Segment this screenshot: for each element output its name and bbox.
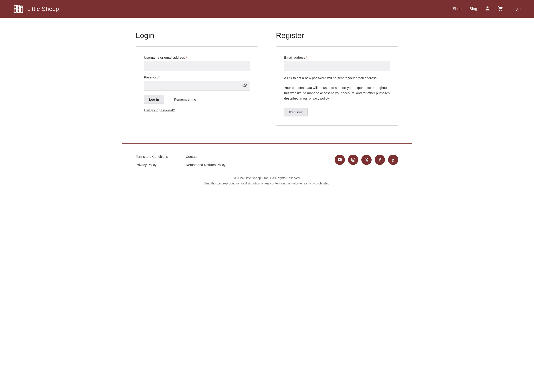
svg-rect-1 — [14, 5, 16, 6]
password-toggle-button[interactable] — [242, 84, 247, 88]
email-required: * — [306, 56, 307, 59]
login-form-box: Username or email address* Password* — [136, 47, 258, 121]
svg-point-16 — [243, 84, 247, 87]
social-youtube[interactable] — [335, 155, 345, 165]
password-link-info: A link to set a new password will be sen… — [284, 75, 390, 81]
svg-rect-10 — [20, 6, 23, 12]
svg-rect-0 — [14, 5, 16, 12]
social-instagram[interactable] — [348, 155, 358, 165]
footer-col-1: Terms and Conditions Privacy Policy — [136, 155, 168, 167]
register-form-box: Email address* A link to set a new passw… — [276, 47, 398, 126]
lost-password-link[interactable]: Lost your password? — [144, 108, 175, 112]
svg-rect-5 — [17, 5, 19, 12]
username-label: Username or email address* — [144, 56, 250, 59]
login-column: Login Username or email address* Passwor… — [136, 31, 258, 126]
social-goodreads[interactable]: g — [388, 155, 398, 165]
svg-point-20 — [354, 159, 354, 159]
svg-point-19 — [352, 159, 354, 161]
svg-rect-18 — [352, 158, 355, 162]
login-button[interactable]: Log in — [144, 95, 164, 104]
nav-login[interactable]: Login — [511, 7, 521, 11]
main-nav: Shop Blog Login — [453, 6, 521, 12]
social-x-twitter[interactable] — [361, 155, 372, 165]
main-content: Login Username or email address* Passwor… — [122, 18, 412, 143]
footer-bottom: © 2024 Little Sheep GmbH. All Rights Res… — [136, 176, 398, 191]
footer-social: g — [335, 155, 398, 165]
header: Little Sheep Shop Blog Login — [0, 0, 534, 18]
register-column: Register Email address* A link to set a … — [276, 31, 398, 126]
logo-icon — [13, 4, 24, 14]
username-input[interactable] — [144, 61, 250, 71]
remember-me-label[interactable]: Remember me — [169, 98, 196, 101]
svg-point-17 — [244, 84, 245, 86]
user-icon[interactable] — [485, 6, 490, 12]
brand-name: Little Sheep — [27, 5, 59, 12]
footer-links-group: Terms and Conditions Privacy Policy Cont… — [136, 155, 226, 167]
footer-col-2: Contact Refund and Returns Policy — [186, 155, 225, 167]
copyright-line1: © 2024 Little Sheep GmbH. All Rights Res… — [136, 176, 398, 181]
logo-link[interactable]: Little Sheep — [13, 4, 59, 14]
username-required: * — [186, 56, 187, 59]
footer: Terms and Conditions Privacy Policy Cont… — [0, 143, 534, 200]
password-input[interactable] — [144, 81, 250, 91]
privacy-policy-link[interactable]: privacy policy — [309, 96, 329, 100]
footer-top: Terms and Conditions Privacy Policy Cont… — [136, 155, 398, 167]
privacy-note: Your personal data will be used to suppo… — [284, 85, 390, 101]
svg-rect-6 — [17, 5, 19, 6]
footer-link-privacy[interactable]: Privacy Policy — [136, 163, 168, 167]
password-required: * — [159, 75, 161, 79]
password-label: Password* — [144, 75, 250, 79]
svg-rect-11 — [20, 6, 23, 7]
login-title: Login — [136, 31, 258, 40]
footer-link-contact[interactable]: Contact — [186, 155, 225, 159]
footer-link-refund[interactable]: Refund and Returns Policy — [186, 163, 225, 167]
register-button[interactable]: Register — [284, 108, 308, 117]
login-actions: Log in Remember me — [144, 95, 250, 104]
email-input[interactable] — [284, 61, 390, 71]
password-wrapper — [144, 81, 250, 91]
remember-me-checkbox[interactable] — [169, 98, 172, 101]
social-facebook[interactable] — [375, 155, 385, 165]
cart-icon[interactable] — [498, 6, 503, 12]
footer-inner: Terms and Conditions Privacy Policy Cont… — [122, 143, 412, 200]
email-label: Email address* — [284, 56, 390, 59]
nav-blog[interactable]: Blog — [469, 7, 477, 11]
two-col-layout: Login Username or email address* Passwor… — [136, 31, 398, 126]
register-title: Register — [276, 31, 398, 40]
copyright-line2: Unauthorized reproduction or distributio… — [136, 181, 398, 186]
footer-link-terms[interactable]: Terms and Conditions — [136, 155, 168, 159]
nav-shop[interactable]: Shop — [453, 7, 462, 11]
